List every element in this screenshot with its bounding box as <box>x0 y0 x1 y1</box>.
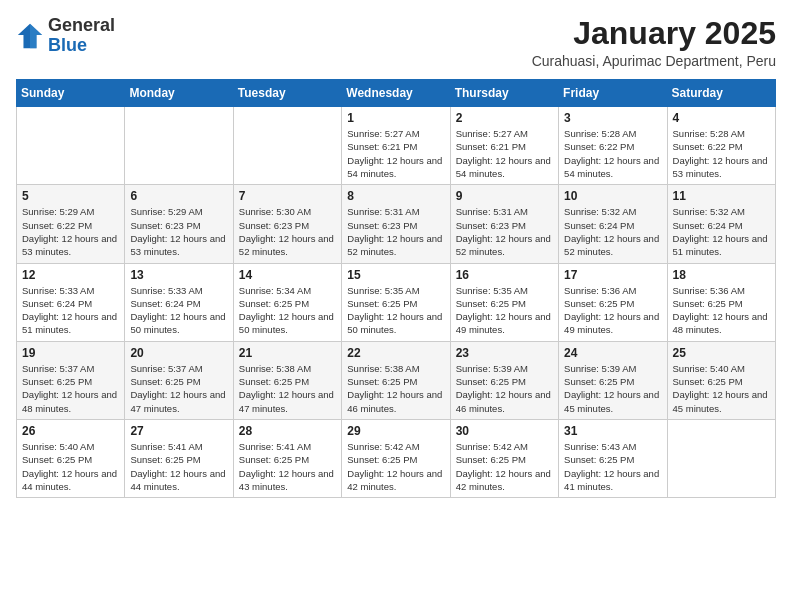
day-number: 15 <box>347 268 444 282</box>
day-info: Sunrise: 5:37 AM Sunset: 6:25 PM Dayligh… <box>130 362 227 415</box>
day-info: Sunrise: 5:33 AM Sunset: 6:24 PM Dayligh… <box>130 284 227 337</box>
calendar-cell: 30Sunrise: 5:42 AM Sunset: 6:25 PM Dayli… <box>450 419 558 497</box>
day-number: 19 <box>22 346 119 360</box>
day-info: Sunrise: 5:42 AM Sunset: 6:25 PM Dayligh… <box>456 440 553 493</box>
calendar-cell: 4Sunrise: 5:28 AM Sunset: 6:22 PM Daylig… <box>667 107 775 185</box>
day-info: Sunrise: 5:41 AM Sunset: 6:25 PM Dayligh… <box>239 440 336 493</box>
day-info: Sunrise: 5:40 AM Sunset: 6:25 PM Dayligh… <box>22 440 119 493</box>
day-info: Sunrise: 5:28 AM Sunset: 6:22 PM Dayligh… <box>673 127 770 180</box>
calendar-cell: 13Sunrise: 5:33 AM Sunset: 6:24 PM Dayli… <box>125 263 233 341</box>
calendar-cell: 17Sunrise: 5:36 AM Sunset: 6:25 PM Dayli… <box>559 263 667 341</box>
calendar-week-row: 5Sunrise: 5:29 AM Sunset: 6:22 PM Daylig… <box>17 185 776 263</box>
logo-general-text: General <box>48 15 115 35</box>
day-number: 26 <box>22 424 119 438</box>
day-number: 20 <box>130 346 227 360</box>
title-section: January 2025 Curahuasi, Apurimac Departm… <box>532 16 776 69</box>
day-number: 4 <box>673 111 770 125</box>
calendar-week-row: 1Sunrise: 5:27 AM Sunset: 6:21 PM Daylig… <box>17 107 776 185</box>
day-number: 23 <box>456 346 553 360</box>
day-info: Sunrise: 5:39 AM Sunset: 6:25 PM Dayligh… <box>564 362 661 415</box>
day-number: 10 <box>564 189 661 203</box>
day-number: 1 <box>347 111 444 125</box>
day-number: 29 <box>347 424 444 438</box>
day-info: Sunrise: 5:28 AM Sunset: 6:22 PM Dayligh… <box>564 127 661 180</box>
day-info: Sunrise: 5:36 AM Sunset: 6:25 PM Dayligh… <box>564 284 661 337</box>
day-info: Sunrise: 5:35 AM Sunset: 6:25 PM Dayligh… <box>347 284 444 337</box>
day-number: 12 <box>22 268 119 282</box>
calendar-header-monday: Monday <box>125 80 233 107</box>
day-number: 30 <box>456 424 553 438</box>
calendar-header-sunday: Sunday <box>17 80 125 107</box>
calendar-cell: 5Sunrise: 5:29 AM Sunset: 6:22 PM Daylig… <box>17 185 125 263</box>
calendar-cell <box>233 107 341 185</box>
day-number: 27 <box>130 424 227 438</box>
calendar-cell: 11Sunrise: 5:32 AM Sunset: 6:24 PM Dayli… <box>667 185 775 263</box>
day-number: 2 <box>456 111 553 125</box>
day-info: Sunrise: 5:29 AM Sunset: 6:23 PM Dayligh… <box>130 205 227 258</box>
day-number: 28 <box>239 424 336 438</box>
day-info: Sunrise: 5:35 AM Sunset: 6:25 PM Dayligh… <box>456 284 553 337</box>
calendar-header-wednesday: Wednesday <box>342 80 450 107</box>
day-number: 16 <box>456 268 553 282</box>
day-info: Sunrise: 5:41 AM Sunset: 6:25 PM Dayligh… <box>130 440 227 493</box>
logo: General Blue <box>16 16 115 56</box>
day-number: 6 <box>130 189 227 203</box>
calendar-cell: 26Sunrise: 5:40 AM Sunset: 6:25 PM Dayli… <box>17 419 125 497</box>
header: General Blue January 2025 Curahuasi, Apu… <box>16 16 776 69</box>
calendar-cell: 28Sunrise: 5:41 AM Sunset: 6:25 PM Dayli… <box>233 419 341 497</box>
calendar-cell: 1Sunrise: 5:27 AM Sunset: 6:21 PM Daylig… <box>342 107 450 185</box>
calendar-cell: 19Sunrise: 5:37 AM Sunset: 6:25 PM Dayli… <box>17 341 125 419</box>
day-number: 25 <box>673 346 770 360</box>
calendar-cell: 8Sunrise: 5:31 AM Sunset: 6:23 PM Daylig… <box>342 185 450 263</box>
calendar-cell: 7Sunrise: 5:30 AM Sunset: 6:23 PM Daylig… <box>233 185 341 263</box>
calendar-cell: 20Sunrise: 5:37 AM Sunset: 6:25 PM Dayli… <box>125 341 233 419</box>
calendar-cell: 16Sunrise: 5:35 AM Sunset: 6:25 PM Dayli… <box>450 263 558 341</box>
day-info: Sunrise: 5:38 AM Sunset: 6:25 PM Dayligh… <box>347 362 444 415</box>
day-info: Sunrise: 5:29 AM Sunset: 6:22 PM Dayligh… <box>22 205 119 258</box>
calendar-cell: 3Sunrise: 5:28 AM Sunset: 6:22 PM Daylig… <box>559 107 667 185</box>
calendar-cell: 21Sunrise: 5:38 AM Sunset: 6:25 PM Dayli… <box>233 341 341 419</box>
calendar-header-saturday: Saturday <box>667 80 775 107</box>
day-info: Sunrise: 5:34 AM Sunset: 6:25 PM Dayligh… <box>239 284 336 337</box>
day-info: Sunrise: 5:43 AM Sunset: 6:25 PM Dayligh… <box>564 440 661 493</box>
logo-icon <box>16 22 44 50</box>
day-info: Sunrise: 5:32 AM Sunset: 6:24 PM Dayligh… <box>673 205 770 258</box>
calendar-header-tuesday: Tuesday <box>233 80 341 107</box>
calendar-week-row: 26Sunrise: 5:40 AM Sunset: 6:25 PM Dayli… <box>17 419 776 497</box>
calendar-header-thursday: Thursday <box>450 80 558 107</box>
calendar-week-row: 19Sunrise: 5:37 AM Sunset: 6:25 PM Dayli… <box>17 341 776 419</box>
svg-marker-1 <box>30 24 42 48</box>
calendar-header-friday: Friday <box>559 80 667 107</box>
calendar-cell <box>17 107 125 185</box>
day-number: 7 <box>239 189 336 203</box>
day-number: 11 <box>673 189 770 203</box>
day-number: 9 <box>456 189 553 203</box>
day-number: 18 <box>673 268 770 282</box>
day-number: 14 <box>239 268 336 282</box>
day-info: Sunrise: 5:31 AM Sunset: 6:23 PM Dayligh… <box>347 205 444 258</box>
day-info: Sunrise: 5:39 AM Sunset: 6:25 PM Dayligh… <box>456 362 553 415</box>
day-number: 31 <box>564 424 661 438</box>
day-info: Sunrise: 5:38 AM Sunset: 6:25 PM Dayligh… <box>239 362 336 415</box>
calendar-header-row: SundayMondayTuesdayWednesdayThursdayFrid… <box>17 80 776 107</box>
day-info: Sunrise: 5:27 AM Sunset: 6:21 PM Dayligh… <box>347 127 444 180</box>
calendar-table: SundayMondayTuesdayWednesdayThursdayFrid… <box>16 79 776 498</box>
day-number: 22 <box>347 346 444 360</box>
day-number: 17 <box>564 268 661 282</box>
day-number: 24 <box>564 346 661 360</box>
day-info: Sunrise: 5:30 AM Sunset: 6:23 PM Dayligh… <box>239 205 336 258</box>
calendar-cell <box>667 419 775 497</box>
location-subtitle: Curahuasi, Apurimac Department, Peru <box>532 53 776 69</box>
day-number: 3 <box>564 111 661 125</box>
calendar-cell: 2Sunrise: 5:27 AM Sunset: 6:21 PM Daylig… <box>450 107 558 185</box>
calendar-cell: 12Sunrise: 5:33 AM Sunset: 6:24 PM Dayli… <box>17 263 125 341</box>
day-number: 5 <box>22 189 119 203</box>
calendar-cell <box>125 107 233 185</box>
day-info: Sunrise: 5:33 AM Sunset: 6:24 PM Dayligh… <box>22 284 119 337</box>
day-info: Sunrise: 5:32 AM Sunset: 6:24 PM Dayligh… <box>564 205 661 258</box>
logo-blue-text: Blue <box>48 35 87 55</box>
month-title: January 2025 <box>532 16 776 51</box>
calendar-cell: 22Sunrise: 5:38 AM Sunset: 6:25 PM Dayli… <box>342 341 450 419</box>
calendar-cell: 27Sunrise: 5:41 AM Sunset: 6:25 PM Dayli… <box>125 419 233 497</box>
calendar-week-row: 12Sunrise: 5:33 AM Sunset: 6:24 PM Dayli… <box>17 263 776 341</box>
